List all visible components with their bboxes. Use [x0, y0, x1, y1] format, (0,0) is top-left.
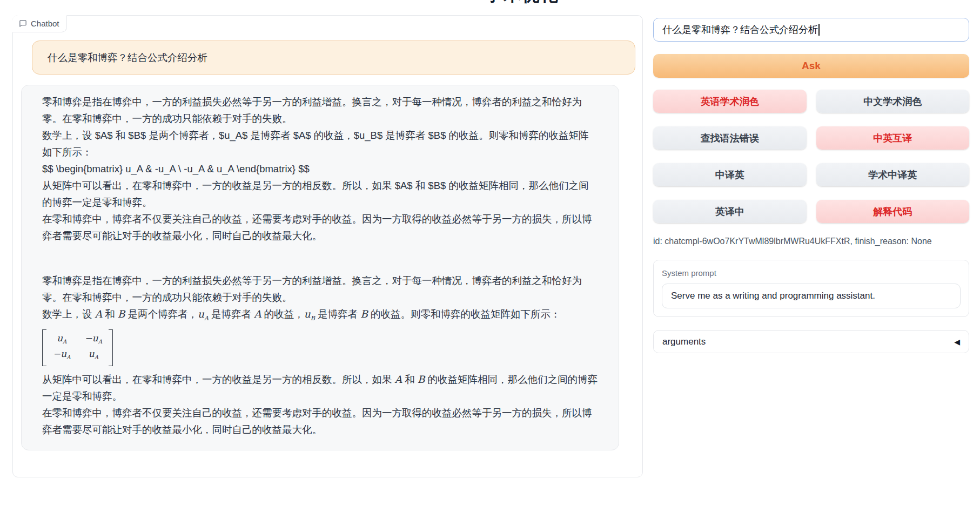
matrix-cell: −uA	[53, 348, 71, 363]
btn-explain-code[interactable]: 解释代码	[816, 200, 970, 223]
btn-english-academic-polish[interactable]: 英语学术润色	[653, 90, 807, 113]
user-message-text: 什么是零和博弈？结合公式介绍分析	[48, 52, 207, 63]
matrix-right-bracket	[109, 329, 113, 367]
system-prompt-card: System prompt Serve me as a writing and …	[653, 260, 969, 317]
chatbot-label-text: Chatbot	[31, 19, 59, 28]
matrix-cell: uA	[85, 348, 103, 363]
btn-en-to-zh[interactable]: 英译中	[653, 200, 807, 223]
preset-button-grid: 英语学术润色 中文学术润色 查找语法错误 中英互译 中译英 学术中译英 英译中 …	[653, 90, 969, 223]
chat-message-list: 什么是零和博弈？结合公式介绍分析 零和博弈是指在博弈中，一方的利益损失必然等于另…	[13, 16, 642, 450]
bot-paragraph: 在零和博弈中，博弈者不仅要关注自己的收益，还需要考虑对手的收益。因为一方取得的收…	[42, 405, 598, 438]
payoff-matrix: uA −uA −uA uA	[42, 329, 113, 367]
chatbot-panel: Chatbot 什么是零和博弈？结合公式介绍分析 零和博弈是指在博弈中，一方的利…	[12, 15, 643, 477]
matrix-left-bracket	[42, 329, 46, 367]
accordion-caret-icon: ◀	[954, 338, 960, 346]
bot-paragraph: 零和博弈是指在博弈中，一方的利益损失必然等于另一方的利益增益。换言之，对于每一种…	[42, 93, 598, 127]
bot-paragraph: 零和博弈是指在博弈中，一方的利益损失必然等于另一方的利益增益。换言之，对于每一种…	[42, 272, 598, 306]
bot-paragraph: 从矩阵中可以看出，在零和博弈中，一方的收益是另一方的相反数。所以，如果 $A$ …	[42, 177, 598, 211]
bot-paragraph-with-math: 数学上，设 A 和 B 是两个博弈者，uA 是博弈者 A 的收益，uB 是博弈者…	[42, 306, 598, 327]
btn-zh-to-en[interactable]: 中译英	[653, 163, 807, 186]
bot-paragraph: 数学上，设 $A$ 和 $B$ 是两个博弈者，$u_A$ 是博弈者 $A$ 的收…	[42, 127, 598, 160]
btn-zh-en-mutual-translate[interactable]: 中英互译	[816, 126, 970, 150]
response-status-line: id: chatcmpl-6wOo7KrYTwMl89lbrMWRu4UkFFX…	[653, 237, 969, 246]
text-caret	[818, 24, 820, 36]
btn-academic-zh-to-en[interactable]: 学术中译英	[816, 163, 970, 186]
chatbot-label-tab: Chatbot	[12, 15, 67, 32]
question-input[interactable]: 什么是零和博弈？结合公式介绍分析	[653, 18, 969, 42]
chat-bubble-icon	[19, 19, 27, 28]
bot-paragraph-latex-source: $$ \begin{bmatrix} u_A & -u_A \ -u_A & u…	[42, 160, 598, 177]
bot-paragraph: 在零和博弈中，博弈者不仅要关注自己的收益，还需要考虑对手的收益。因为一方取得的收…	[42, 211, 598, 244]
bot-paragraph-with-math: 从矩阵中可以看出，在零和博弈中，一方的收益是另一方的相反数。所以，如果 A 和 …	[42, 371, 598, 405]
matrix-cell: uA	[53, 332, 71, 348]
arguments-accordion-label: arguments	[662, 336, 706, 347]
section-gap	[42, 244, 598, 272]
ask-button[interactable]: Ask	[653, 54, 969, 78]
btn-chinese-academic-polish[interactable]: 中文学术润色	[816, 90, 970, 113]
question-input-text: 什么是零和博弈？结合公式介绍分析	[662, 23, 818, 36]
control-panel: 什么是零和博弈？结合公式介绍分析 Ask 英语学术润色 中文学术润色 查找语法错…	[653, 18, 969, 353]
user-message-bubble: 什么是零和博弈？结合公式介绍分析	[32, 41, 635, 75]
system-prompt-text: Serve me as a writing and programming as…	[671, 291, 875, 301]
system-prompt-input[interactable]: Serve me as a writing and programming as…	[662, 284, 961, 308]
page-title-clipped: 学术优化	[485, 0, 559, 5]
system-prompt-label: System prompt	[662, 268, 961, 278]
btn-find-grammar-errors[interactable]: 查找语法错误	[653, 126, 807, 150]
arguments-accordion[interactable]: arguments ◀	[653, 330, 969, 353]
bot-message-bubble: 零和博弈是指在博弈中，一方的利益损失必然等于另一方的利益增益。换言之，对于每一种…	[21, 85, 619, 450]
matrix-cell: −uA	[85, 332, 103, 348]
